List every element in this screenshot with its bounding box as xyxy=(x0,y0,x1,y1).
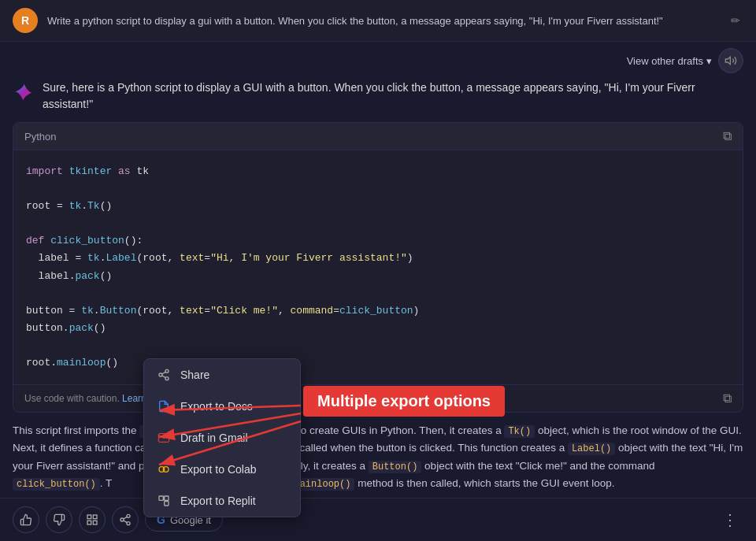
user-avatar: R xyxy=(13,8,38,33)
menu-item-draft-gmail[interactable]: Draft in Gmail xyxy=(144,422,300,454)
svg-rect-10 xyxy=(165,496,169,500)
menu-docs-label: Export to Docs xyxy=(180,400,253,413)
ai-response: Sure, here is a Python script to display… xyxy=(0,80,756,493)
svg-line-21 xyxy=(124,517,128,519)
content-area: View other drafts ▾ xyxy=(0,42,756,493)
menu-replit-label: Export to Replit xyxy=(180,495,256,507)
ai-intro-text: Sure, here is a Python script to display… xyxy=(43,80,743,113)
prompt-text: Write a python script to display a gui w… xyxy=(47,15,718,27)
share-button[interactable] xyxy=(112,506,139,533)
svg-point-17 xyxy=(127,514,130,517)
thumbs-down-button[interactable] xyxy=(46,506,72,533)
docs-icon xyxy=(157,399,171,413)
svg-rect-16 xyxy=(93,521,97,524)
svg-rect-14 xyxy=(93,515,97,519)
chevron-down-icon: ▾ xyxy=(706,55,712,67)
svg-point-3 xyxy=(165,377,169,380)
svg-rect-6 xyxy=(158,434,169,443)
more-options-button[interactable]: ⋮ xyxy=(717,506,743,533)
view-other-drafts-button[interactable]: View other drafts ▾ xyxy=(627,55,712,67)
context-menu: Share Export to Docs Draft in Gmail Expo… xyxy=(143,358,301,517)
colab-icon xyxy=(157,462,171,476)
menu-item-export-replit[interactable]: Export to Replit xyxy=(144,485,300,517)
copy-code-icon[interactable]: ⧉ xyxy=(723,391,732,406)
menu-colab-label: Export to Colab xyxy=(180,463,257,476)
draft-bar: View other drafts ▾ xyxy=(0,42,756,80)
thumbs-up-button[interactable] xyxy=(13,506,39,533)
menu-share-label: Share xyxy=(180,369,209,381)
svg-marker-0 xyxy=(725,57,730,64)
edit-icon[interactable]: ✏ xyxy=(728,13,743,28)
svg-point-1 xyxy=(165,369,169,372)
gemini-icon xyxy=(13,81,35,103)
grid-button[interactable] xyxy=(79,506,106,533)
gmail-icon xyxy=(157,431,171,445)
menu-gmail-label: Draft in Gmail xyxy=(180,432,248,444)
speaker-button[interactable] xyxy=(718,48,743,73)
svg-line-4 xyxy=(162,376,166,378)
replit-icon xyxy=(157,494,171,508)
svg-rect-13 xyxy=(87,515,91,519)
svg-rect-11 xyxy=(165,502,169,506)
svg-line-5 xyxy=(162,372,166,374)
svg-line-20 xyxy=(124,521,128,523)
svg-point-18 xyxy=(120,518,124,521)
menu-item-share[interactable]: Share xyxy=(144,359,300,391)
explanation-para1: This script first imports the tkinter mo… xyxy=(13,422,743,492)
svg-rect-9 xyxy=(159,496,163,500)
code-caution: Use code with caution. Learn more ⧉ xyxy=(13,384,743,412)
code-block: Python ⧉ import tkinter as tk root = tk.… xyxy=(13,122,743,413)
menu-item-export-colab[interactable]: Export to Colab xyxy=(144,454,300,485)
share-icon xyxy=(157,368,171,382)
svg-rect-15 xyxy=(87,521,91,524)
code-language: Python xyxy=(24,131,56,143)
header: R Write a python script to display a gui… xyxy=(0,0,756,42)
svg-point-19 xyxy=(127,522,130,525)
code-content: import tkinter as tk root = tk.Tk() def … xyxy=(13,150,743,384)
copy-icon[interactable]: ⧉ xyxy=(723,129,732,143)
ai-header: Sure, here is a Python script to display… xyxy=(13,80,743,113)
menu-item-export-docs[interactable]: Export to Docs xyxy=(144,391,300,422)
svg-point-2 xyxy=(159,373,162,376)
action-bar: G Google it ⋮ xyxy=(0,498,756,541)
code-header: Python ⧉ xyxy=(13,123,743,150)
